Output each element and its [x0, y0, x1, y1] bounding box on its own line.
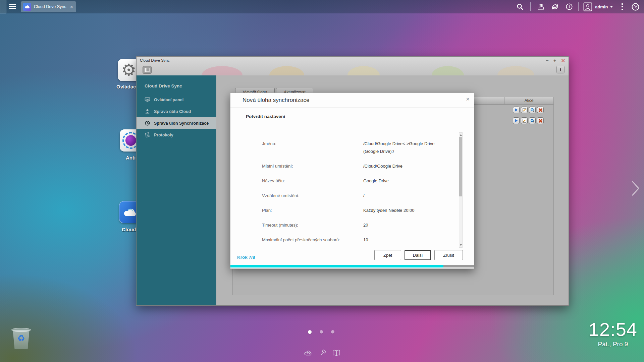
pager-dot-active[interactable] — [308, 330, 312, 334]
new-sync-task-dialog: Nová úloha synchronizace × Potvrdit nast… — [230, 93, 474, 269]
summary-fields: Jméno: /Cloud/Google Drive<->Google Driv… — [262, 140, 450, 251]
sidebar-item-label: Ovládací panel — [154, 98, 183, 102]
minimize-button[interactable]: − — [546, 57, 549, 64]
decor-blob — [269, 66, 304, 75]
sidebar-item-label: Správa úloh Synchronizace — [154, 121, 209, 126]
sidebar-item-label: Správa účtu Cloud — [154, 109, 191, 114]
field-label: Místní umístění: — [262, 162, 363, 170]
top-taskbar: Cloud Drive Sync × admin — [0, 0, 644, 13]
delete-x-icon — [538, 108, 543, 112]
row-actions — [513, 107, 544, 113]
gear-icon: ⚙ — [121, 62, 137, 78]
notifications-info-icon[interactable] — [566, 3, 573, 10]
window-header: Cloud Drive Sync − + ✕ i — [137, 57, 569, 75]
more-options-icon[interactable] — [620, 2, 625, 12]
user-avatar-icon[interactable] — [583, 2, 592, 11]
field-label: Jméno: — [262, 140, 363, 155]
row-actions — [513, 117, 544, 124]
table-header-actions: Akce — [504, 97, 553, 104]
edit-icon — [522, 108, 527, 112]
sidebar-item-label: Protokoly — [154, 133, 173, 137]
scroll-down-icon[interactable] — [460, 244, 462, 246]
view-task-button[interactable] — [529, 117, 536, 124]
field-value: 20 — [363, 221, 447, 229]
pager-dot[interactable] — [331, 330, 334, 334]
field-value: 10 — [363, 236, 447, 244]
next-button[interactable]: Další — [405, 250, 431, 260]
cloud-icon — [24, 5, 30, 9]
desktop-icon-label: Cloud — [122, 227, 136, 232]
field-label: Vzdálené umístění: — [262, 192, 363, 199]
window-close-button[interactable]: ✕ — [561, 57, 565, 64]
delete-task-button[interactable] — [537, 107, 544, 113]
recycle-bin[interactable]: ♻ — [11, 328, 31, 351]
play-icon — [514, 108, 518, 112]
run-task-button[interactable] — [513, 117, 520, 124]
desktop: ⚙ Ovládac Anti Cloud ♻ 12:54 Pát., Pro 9 — [0, 0, 644, 362]
maximize-button[interactable]: + — [553, 57, 556, 64]
search-icon[interactable] — [516, 3, 524, 10]
user-icon — [145, 109, 150, 114]
back-button[interactable]: Zpět — [374, 250, 401, 260]
chevron-down-icon — [610, 6, 613, 8]
edit-task-button[interactable] — [521, 117, 528, 124]
dialog-scrollbar[interactable] — [459, 132, 463, 248]
app-sidebar: Cloud Drive Sync Ovládací panel Správa ú… — [137, 75, 216, 305]
clock-date: Pát., Pro 9 — [589, 341, 637, 348]
play-icon — [514, 119, 518, 123]
pager-dot[interactable] — [320, 330, 323, 334]
taskbar-divider — [578, 2, 579, 11]
history-clock-icon — [145, 120, 150, 126]
sidebar-item-sync-jobs[interactable]: Správa úloh Synchronizace — [137, 117, 216, 129]
field-row-schedule: Plán: Každý týden Neděle 20:00 — [262, 206, 450, 214]
field-label: Timeout (minutes): — [262, 221, 363, 229]
magnifier-icon — [530, 119, 535, 123]
external-device-sync-icon[interactable] — [551, 3, 559, 11]
field-label: Maximální počet přeskočených souborů: — [262, 236, 363, 244]
dashboard-gauge-icon[interactable] — [631, 2, 640, 11]
magnifier-icon — [530, 108, 535, 112]
cloud-icon — [123, 207, 138, 218]
show-desktop-corner[interactable] — [0, 0, 6, 13]
dialog-title: Nová úloha synchronizace — [243, 97, 309, 104]
field-row-max-skipped: Maximální počet přeskočených souborů: 10 — [262, 236, 450, 244]
tab-close-icon[interactable]: × — [70, 4, 73, 9]
scrollbar-thumb[interactable] — [459, 137, 462, 196]
taskbar-divider — [530, 2, 531, 11]
desktop-dock — [304, 349, 341, 359]
sidebar-item-logs[interactable]: Protokoly — [137, 129, 216, 141]
desktop-pager — [308, 330, 334, 334]
field-label: Plán: — [262, 206, 363, 214]
logs-icon — [145, 132, 150, 138]
decor-blob — [202, 66, 243, 75]
main-menu-icon[interactable] — [9, 4, 16, 9]
field-value: /Cloud/Google Drive<->Google Drive (Goog… — [363, 140, 447, 155]
view-task-button[interactable] — [529, 107, 536, 113]
edit-task-button[interactable] — [521, 107, 528, 113]
app-info-button[interactable]: i — [556, 66, 565, 73]
utilities-hammer-icon[interactable] — [318, 349, 327, 359]
myqnapcloud-icon[interactable] — [304, 349, 314, 358]
field-label: Název účtu: — [262, 177, 363, 185]
sidebar-item-dashboard[interactable]: Ovládací panel — [137, 94, 216, 106]
dialog-section-title: Potvrdit nastavení — [246, 114, 285, 119]
delete-task-button[interactable] — [537, 117, 544, 124]
cancel-button[interactable]: Zrušit — [434, 250, 463, 260]
run-task-button[interactable] — [513, 107, 520, 113]
background-tasks-icon[interactable] — [537, 3, 545, 10]
field-row-local-location: Místní umístění: /Cloud/Google Drive — [262, 162, 450, 170]
app-tab-icon — [23, 3, 31, 11]
sidebar-item-cloud-account[interactable]: Správa účtu Cloud — [137, 106, 216, 117]
scroll-up-icon[interactable] — [460, 134, 462, 136]
decor-blob — [432, 66, 464, 75]
open-app-tab[interactable]: Cloud Drive Sync × — [21, 1, 76, 12]
toggle-sidebar-button[interactable] — [143, 66, 152, 74]
next-desktop-chevron-icon[interactable] — [631, 180, 640, 198]
user-menu[interactable]: admin — [592, 4, 612, 9]
field-row-remote-location: Vzdálené umístění: / — [262, 192, 450, 199]
decor-blob — [497, 66, 534, 75]
edit-icon — [522, 119, 527, 123]
help-book-icon[interactable] — [332, 349, 341, 358]
sidebar-title: Cloud Drive Sync — [137, 83, 216, 88]
dialog-close-icon[interactable]: × — [466, 96, 470, 103]
